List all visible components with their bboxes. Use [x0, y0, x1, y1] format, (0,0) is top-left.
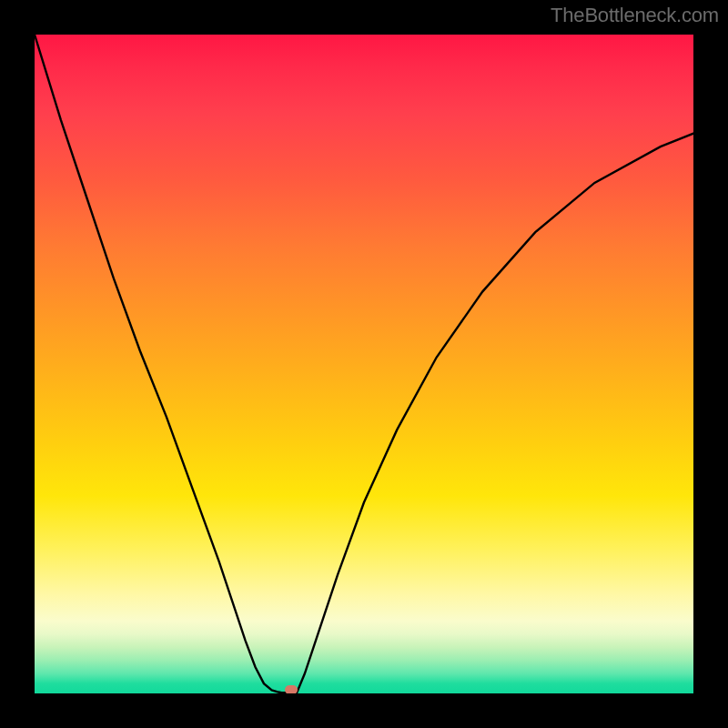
bottleneck-curve-path [35, 35, 693, 693]
watermark-text: TheBottleneck.com [551, 4, 719, 27]
outer-frame: TheBottleneck.com [0, 0, 728, 728]
best-point-marker [285, 685, 298, 693]
bottleneck-curve-svg [35, 35, 693, 693]
plot-area [35, 35, 693, 693]
